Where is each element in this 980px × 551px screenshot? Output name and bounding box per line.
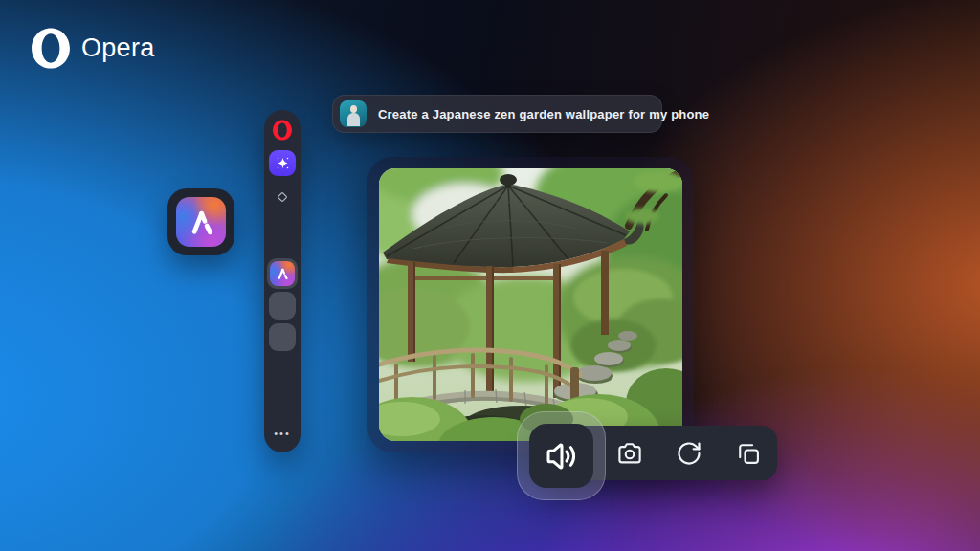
prompt-bubble: Create a Japanese zen garden wallpaper f… bbox=[332, 95, 662, 133]
sidebar-aria-button[interactable] bbox=[269, 150, 296, 176]
sidebar-more-button[interactable]: ••• bbox=[274, 428, 291, 439]
sidebar-aria-app-icon[interactable] bbox=[267, 258, 298, 289]
browser-sidebar: ••• bbox=[264, 110, 301, 452]
opera-logo-icon bbox=[29, 26, 73, 71]
generated-image-card bbox=[368, 157, 694, 452]
sparkle-icon bbox=[276, 156, 290, 170]
sidebar-placeholder-1[interactable] bbox=[269, 292, 296, 320]
speaker-icon bbox=[543, 437, 581, 475]
regenerate-button[interactable] bbox=[674, 438, 703, 468]
prompt-text: Create a Japanese zen garden wallpaper f… bbox=[378, 107, 709, 121]
aria-gradient-icon bbox=[176, 197, 226, 247]
aria-gradient-icon bbox=[270, 261, 295, 286]
aria-app-icon bbox=[167, 188, 234, 255]
camera-icon bbox=[615, 439, 644, 468]
brand-name: Opera bbox=[81, 33, 155, 63]
copy-icon bbox=[735, 440, 762, 467]
sidebar-placeholder-2[interactable] bbox=[269, 323, 296, 351]
user-avatar bbox=[340, 100, 367, 127]
camera-button[interactable] bbox=[614, 438, 644, 468]
diamond-icon[interactable] bbox=[276, 190, 289, 204]
opera-brand: Opera bbox=[29, 26, 155, 71]
sidebar-opera-logo[interactable] bbox=[272, 119, 294, 142]
copy-button[interactable] bbox=[733, 438, 763, 468]
opera-aria-promo: Opera Create a Japanese zen garden wallp… bbox=[0, 0, 980, 551]
read-aloud-button[interactable] bbox=[517, 411, 606, 500]
zen-garden-image bbox=[379, 168, 682, 441]
read-aloud-inner bbox=[529, 424, 593, 488]
refresh-icon bbox=[676, 440, 702, 467]
